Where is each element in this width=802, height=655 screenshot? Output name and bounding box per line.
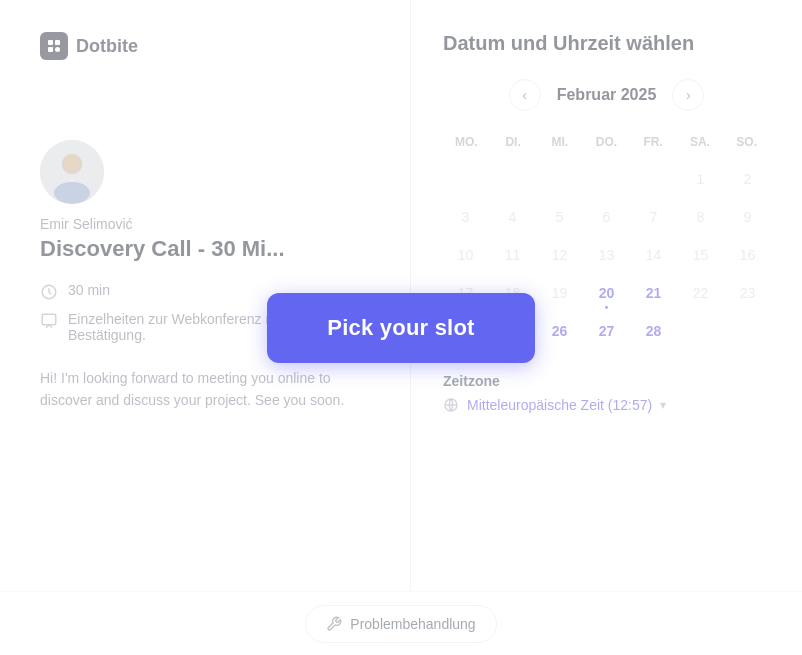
pick-slot-button[interactable]: Pick your slot xyxy=(267,293,534,363)
page-container: Dotbite Emir Selimović Discovery Call - … xyxy=(0,0,802,655)
overlay: Pick your slot xyxy=(0,0,802,655)
